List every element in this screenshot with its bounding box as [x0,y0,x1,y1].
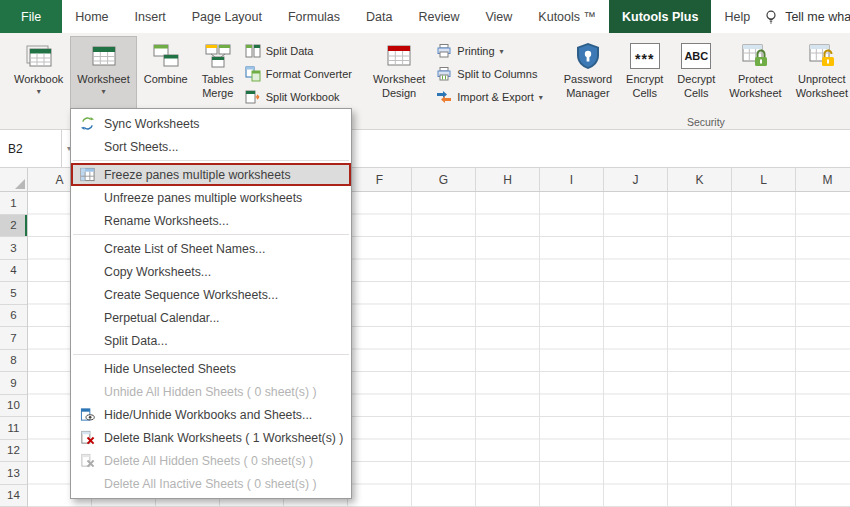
column-header-g[interactable]: G [412,168,476,191]
tab-help[interactable]: Help [711,0,763,33]
menu-item-split-data[interactable]: Split Data... [71,329,351,352]
tab-data[interactable]: Data [353,0,405,33]
split-data-button[interactable]: Split Data [241,41,356,61]
dropdown-arrow-icon: ▾ [539,93,543,102]
tables-merge-button[interactable]: TablesMerge [195,36,241,112]
worksheet-icon [89,41,119,71]
tables-merge-button-label: TablesMerge [202,73,234,101]
tab-view[interactable]: View [472,0,525,33]
column-header-l[interactable]: L [732,168,796,191]
tab-review[interactable]: Review [405,0,472,33]
worksheet-button-label: Worksheet [77,73,129,87]
hide-unhide-icon [77,407,97,423]
row-header-13[interactable]: 13 [0,462,27,485]
menu-item-create-sequence-worksheets[interactable]: Create Sequence Worksheets... [71,283,351,306]
menu-separator [73,354,349,355]
menu-item-create-list-of-sheet-names[interactable]: Create List of Sheet Names... [71,237,351,260]
tab-file[interactable]: File [0,0,62,33]
tell-me[interactable]: Tell me what y [763,0,850,33]
unprotect-worksheet-icon [807,41,837,71]
delete-blank-icon [77,430,97,446]
menu-item-copy-worksheets[interactable]: Copy Worksheets... [71,260,351,283]
row-header-4[interactable]: 4 [0,260,27,283]
row-header-10[interactable]: 10 [0,395,27,418]
password-manager-button[interactable]: PasswordManager [557,36,619,112]
column-header-j[interactable]: J [604,168,668,191]
split-workbook-button[interactable]: Split Workbook [241,87,356,107]
row-header-12[interactable]: 12 [0,440,27,463]
row-header-5[interactable]: 5 [0,282,27,305]
tab-formulas[interactable]: Formulas [275,0,353,33]
import-export-button[interactable]: Import & Export▾ [432,87,546,107]
row-header-14[interactable]: 14 [0,485,27,507]
password-manager-button-label: PasswordManager [564,73,612,101]
menu-item-rename-worksheets[interactable]: Rename Worksheets... [71,209,351,232]
menu-item-sync-worksheets[interactable]: Sync Worksheets [71,112,351,135]
worksheet-design-button[interactable]: WorksheetDesign [366,36,432,112]
split-workbook-button-label: Split Workbook [266,91,340,103]
column-header-m[interactable]: M [796,168,850,191]
column-header-h[interactable]: H [476,168,540,191]
combine-button[interactable]: Combine [137,36,195,112]
tables-merge-icon [203,41,233,71]
import-export-icon [436,89,452,105]
tab-insert[interactable]: Insert [122,0,179,33]
worksheet-design-button-label: WorksheetDesign [373,73,425,101]
dropdown-arrow-icon: ▾ [102,88,106,96]
decrypt-cells-button[interactable]: ABCDecryptCells [670,36,722,112]
menu-item-delete-all-hidden-sheets-0-sheet-s[interactable]: Delete All Hidden Sheets ( 0 sheet(s) ) [71,449,351,472]
encrypt-cells-icon: *** [630,41,660,71]
menu-item-unfreeze-panes-multiple-worksheets[interactable]: Unfreeze panes multiple worksheets [71,186,351,209]
encrypt-cells-button[interactable]: ***EncryptCells [619,36,670,112]
lightbulb-icon [763,9,779,25]
format-converter-button[interactable]: Format Converter [241,64,356,84]
tab-home[interactable]: Home [62,0,121,33]
row-header-8[interactable]: 8 [0,350,27,373]
menu-item-hide-unhide-workbooks-and-sheets[interactable]: Hide/Unhide Workbooks and Sheets... [71,403,351,426]
split-to-columns-button-label: Split to Columns [457,68,537,80]
workbook-button[interactable]: Workbook▾ [7,36,70,112]
select-all-corner[interactable] [0,168,28,192]
ribbon-group-2: WorksheetDesignPrinting▾Split to Columns… [363,36,550,129]
split-workbook-icon [245,89,261,105]
row-header-2[interactable]: 2 [0,215,27,238]
menu-item-delete-all-inactive-sheets-0-sheet-s[interactable]: Delete All Inactive Sheets ( 0 sheet(s) … [71,472,351,495]
dropdown-arrow-icon: ▾ [37,88,41,96]
row-header-11[interactable]: 11 [0,417,27,440]
unprotect-worksheet-button[interactable]: UnprotectWorksheet [789,36,850,112]
tab-kutools[interactable]: Kutools ™ [525,0,609,33]
workbook-icon [24,41,54,71]
printing-button[interactable]: Printing▾ [432,41,546,61]
row-header-3[interactable]: 3 [0,237,27,260]
protect-worksheet-button[interactable]: ProtectWorksheet [722,36,788,112]
tab-page-layout[interactable]: Page Layout [179,0,275,33]
tell-me-label: Tell me what y [785,10,850,24]
row-header-7[interactable]: 7 [0,327,27,350]
delete-hidden-icon [77,453,97,469]
worksheet-button[interactable]: Worksheet▾ [70,36,136,112]
menu-item-perpetual-calendar[interactable]: Perpetual Calendar... [71,306,351,329]
row-header-1[interactable]: 1 [0,192,27,215]
row-header-6[interactable]: 6 [0,305,27,328]
column-header-f[interactable]: F [348,168,412,191]
row-header-9[interactable]: 9 [0,372,27,395]
menu-item-freeze-panes-multiple-worksheets[interactable]: Freeze panes multiple worksheets [71,163,351,186]
ribbon-tabs: FileHomeInsertPage LayoutFormulasDataRev… [0,0,763,33]
protect-worksheet-button-label: ProtectWorksheet [729,73,781,101]
menu-item-delete-blank-worksheets-1-worksheet-s[interactable]: Delete Blank Worksheets ( 1 Worksheet(s)… [71,426,351,449]
menu-item-sort-sheets[interactable]: Sort Sheets... [71,135,351,158]
menu-separator [73,160,349,161]
ribbon-group-security: PasswordManager***EncryptCellsABCDecrypt… [554,36,850,129]
name-box[interactable]: B2 [0,130,62,167]
password-manager-icon [573,41,603,71]
menu-item-hide-unselected-sheets[interactable]: Hide Unselected Sheets [71,357,351,380]
tab-kutools-plus[interactable]: Kutools Plus [609,0,711,33]
column-header-k[interactable]: K [668,168,732,191]
menu-item-unhide-all-hidden-sheets-0-sheet-s[interactable]: Unhide All Hidden Sheets ( 0 sheet(s) ) [71,380,351,403]
unprotect-worksheet-button-label: UnprotectWorksheet [796,73,848,101]
excel-window: FileHomeInsertPage LayoutFormulasDataRev… [0,0,850,507]
menu-separator [73,234,349,235]
column-header-i[interactable]: I [540,168,604,191]
ribbon-tab-bar: FileHomeInsertPage LayoutFormulasDataRev… [0,0,850,33]
split-to-columns-button[interactable]: Split to Columns [432,64,546,84]
